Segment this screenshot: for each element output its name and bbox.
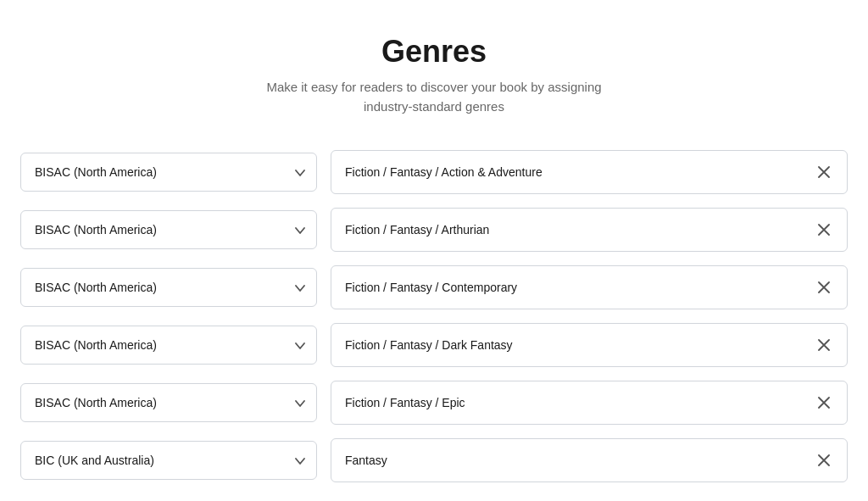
genre-value-wrapper: Fiction / Fantasy / Arthurian — [331, 208, 848, 252]
genre-value-text: Fiction / Fantasy / Action & Adventure — [345, 165, 808, 179]
genre-row: BISAC (North America)BIC (UK and Austral… — [20, 323, 848, 367]
page-header: Genres Make it easy for readers to disco… — [20, 34, 848, 116]
page-title: Genres — [20, 34, 848, 70]
genre-row: BISAC (North America)BIC (UK and Austral… — [20, 438, 848, 482]
remove-genre-button[interactable] — [815, 278, 833, 297]
genre-row: BISAC (North America)BIC (UK and Austral… — [20, 381, 848, 425]
genre-scheme-wrapper: BISAC (North America)BIC (UK and Austral… — [20, 210, 317, 249]
genre-value-wrapper: Fantasy — [331, 438, 848, 482]
genre-value-wrapper: Fiction / Fantasy / Action & Adventure — [331, 150, 848, 194]
genre-value-wrapper: Fiction / Fantasy / Contemporary — [331, 265, 848, 309]
remove-genre-button[interactable] — [815, 451, 833, 470]
remove-genre-button[interactable] — [815, 220, 833, 239]
genre-row: BISAC (North America)BIC (UK and Austral… — [20, 265, 848, 309]
genre-scheme-select[interactable]: BISAC (North America)BIC (UK and Austral… — [20, 383, 317, 422]
genre-scheme-wrapper: BISAC (North America)BIC (UK and Austral… — [20, 326, 317, 365]
genre-value-text: Fiction / Fantasy / Contemporary — [345, 281, 808, 294]
remove-genre-button[interactable] — [815, 163, 833, 181]
remove-genre-button[interactable] — [815, 393, 833, 412]
genre-value-text: Fiction / Fantasy / Arthurian — [345, 223, 808, 237]
genre-value-wrapper: Fiction / Fantasy / Dark Fantasy — [331, 323, 848, 367]
genres-list: BISAC (North America)BIC (UK and Austral… — [20, 150, 848, 482]
genre-scheme-wrapper: BISAC (North America)BIC (UK and Austral… — [20, 441, 317, 480]
genre-value-text: Fiction / Fantasy / Dark Fantasy — [345, 338, 808, 352]
genre-value-text: Fiction / Fantasy / Epic — [345, 396, 808, 409]
genre-scheme-select[interactable]: BISAC (North America)BIC (UK and Austral… — [20, 268, 317, 307]
page-container: Genres Make it easy for readers to disco… — [0, 0, 868, 501]
genre-value-wrapper: Fiction / Fantasy / Epic — [331, 381, 848, 425]
genre-scheme-select[interactable]: BISAC (North America)BIC (UK and Austral… — [20, 326, 317, 365]
genre-scheme-wrapper: BISAC (North America)BIC (UK and Austral… — [20, 153, 317, 192]
genre-scheme-wrapper: BISAC (North America)BIC (UK and Austral… — [20, 383, 317, 422]
genre-scheme-select[interactable]: BISAC (North America)BIC (UK and Austral… — [20, 441, 317, 480]
genre-scheme-wrapper: BISAC (North America)BIC (UK and Austral… — [20, 268, 317, 307]
remove-genre-button[interactable] — [815, 336, 833, 354]
genre-value-text: Fantasy — [345, 454, 808, 467]
page-subtitle: Make it easy for readers to discover you… — [256, 78, 612, 116]
genre-scheme-select[interactable]: BISAC (North America)BIC (UK and Austral… — [20, 210, 317, 249]
genre-scheme-select[interactable]: BISAC (North America)BIC (UK and Austral… — [20, 153, 317, 192]
genre-row: BISAC (North America)BIC (UK and Austral… — [20, 150, 848, 194]
genre-row: BISAC (North America)BIC (UK and Austral… — [20, 208, 848, 252]
